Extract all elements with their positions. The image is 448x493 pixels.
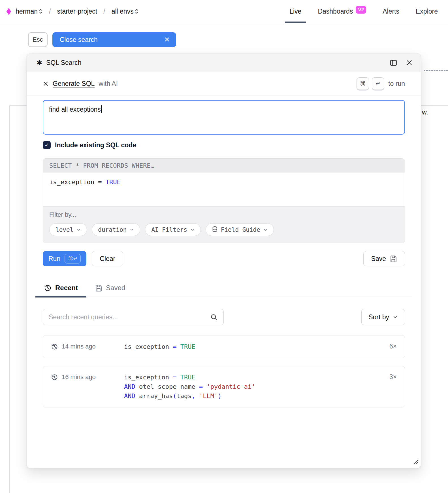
history-tabs: Recent Saved [35,282,412,297]
filter-section: Filter by... level duration AI Filters [43,206,405,243]
chevron-updown-icon [135,8,139,14]
search-banner: Esc Close search ✕ [28,32,176,47]
clear-button-label: Clear [100,255,115,263]
tab-recent-label: Recent [55,284,78,292]
history-icon [51,374,58,381]
logfire-logo-icon [7,8,11,15]
search-icon [210,313,218,321]
recent-toolbar: Sort by [43,309,405,325]
run-button[interactable]: Run ⌘↵ [43,251,86,266]
generate-sql-suffix: with AI [99,80,118,88]
breadcrumb-env[interactable]: all envs [112,8,139,15]
env-name: all envs [112,8,134,15]
dismiss-generate-button[interactable] [43,81,49,87]
nav-tab-live[interactable]: Live [289,0,301,23]
cmd-key-icon: ⌘ [357,77,369,90]
checkbox-label: Include existing SQL code [55,141,136,149]
enter-key-icon: ↵ [372,77,384,90]
ai-prompt-input[interactable]: find all exceptions [43,100,405,135]
chevron-updown-icon [39,8,43,14]
chevron-down-icon [263,228,268,232]
app-page: w. herman / starter-project / all envs L… [0,0,448,493]
sort-by-label: Sort by [368,313,389,321]
sql-editor-code[interactable]: is_exception = TRUE [43,173,405,206]
resize-handle[interactable] [413,459,419,466]
filter-chip[interactable]: level [49,223,87,236]
recent-query-row[interactable]: 16 mins ago is_exception = TRUEAND otel_… [43,366,405,407]
close-search-label: Close search [60,36,98,44]
history-icon [44,284,52,292]
breadcrumb-separator: / [103,8,105,15]
background-panel-top-border-right [421,105,448,106]
breadcrumb-project[interactable]: starter-project [57,8,97,15]
chevron-down-icon [76,228,81,232]
top-nav: herman / starter-project / all envs Live… [0,0,448,23]
modal-title: SQL Search [46,59,81,67]
filter-chip-row: level duration AI Filters Field Guide [49,223,398,236]
sql-search-modal: ✱ SQL Search Generate SQL with AI ⌘ ↵ [27,54,421,468]
breadcrumb-org[interactable]: herman [16,8,43,15]
run-button-label: Run [48,255,60,263]
v2-badge: V2 [356,6,366,14]
sparkle-asterisk-icon: ✱ [37,60,42,66]
filter-chip-label: AI Filters [151,226,187,233]
filter-chip[interactable]: duration [92,223,140,236]
background-panel-left-border [9,105,10,493]
generate-sql-link[interactable]: Generate SQL [53,80,95,88]
nav-tab-label: Live [289,8,301,15]
sql-editor: SELECT * FROM RECORDS WHERE… is_exceptio… [43,158,405,243]
nav-tab-explore[interactable]: Explore [416,0,438,23]
recent-query-list: 14 mins ago is_exception = TRUE 6× 16 mi… [27,335,421,407]
tab-recent[interactable]: Recent [35,282,86,297]
run-hint-label: to run [388,80,405,88]
save-button[interactable]: Save [363,251,405,266]
run-kbd-hint: ⌘↵ [65,254,81,264]
nav-tab-dashboards[interactable]: DashboardsV2 [318,0,366,23]
close-icon: ✕ [164,36,170,44]
breadcrumb-separator: / [49,8,51,15]
background-dashed-line [424,70,448,71]
history-icon [51,343,58,350]
ai-prompt-value: find all exceptions [49,106,101,113]
close-search-button[interactable]: Close search ✕ [52,32,176,47]
checkbox-checked[interactable]: ✓ [43,141,51,149]
query-sql: is_exception = TRUEAND otel_scope_name =… [124,373,255,401]
nav-tab-label: Explore [416,8,438,15]
include-sql-checkbox-row[interactable]: ✓ Include existing SQL code [43,141,405,149]
query-timestamp: 14 mins ago [62,343,112,350]
filter-by-label: Filter by... [49,211,398,218]
recent-search-input[interactable] [49,313,207,321]
filter-chip[interactable]: AI Filters [145,223,200,236]
save-icon [390,255,397,262]
chevron-down-icon [190,228,195,232]
query-run-count: 6× [389,343,397,350]
recent-query-row[interactable]: 14 mins ago is_exception = TRUE 6× [43,335,405,358]
run-shortcut-hint: ⌘ ↵ to run [357,77,405,90]
esc-key-hint: Esc [28,32,48,47]
database-icon [212,226,218,233]
tab-saved-label: Saved [106,284,125,292]
breadcrumb: herman / starter-project / all envs [7,8,139,15]
recent-search-box[interactable] [43,309,224,325]
clear-button[interactable]: Clear [92,251,123,266]
query-timestamp: 16 mins ago [62,373,112,381]
modal-header: ✱ SQL Search [27,54,421,72]
background-partial-text: w. [422,109,428,116]
filter-chip-label: duration [98,226,127,233]
save-button-label: Save [371,255,386,263]
split-panel-button[interactable] [390,59,397,67]
query-run-count: 3× [389,373,397,381]
nav-tab-alerts[interactable]: Alerts [383,0,399,23]
chevron-down-icon [130,228,134,232]
background-panel-top-border-left [9,105,27,106]
sql-editor-header: SELECT * FROM RECORDS WHERE… [43,159,405,173]
filter-chip-label: Field Guide [221,226,260,233]
chevron-down-icon [393,314,398,320]
sort-by-button[interactable]: Sort by [361,309,405,325]
close-modal-button[interactable] [406,59,413,66]
filter-chip[interactable]: Field Guide [206,223,274,236]
nav-tab-label: Dashboards [318,8,353,15]
nav-tab-label: Alerts [383,8,399,15]
tab-saved[interactable]: Saved [86,282,134,297]
nav-tabs: LiveDashboardsV2AlertsExplore [289,0,438,23]
